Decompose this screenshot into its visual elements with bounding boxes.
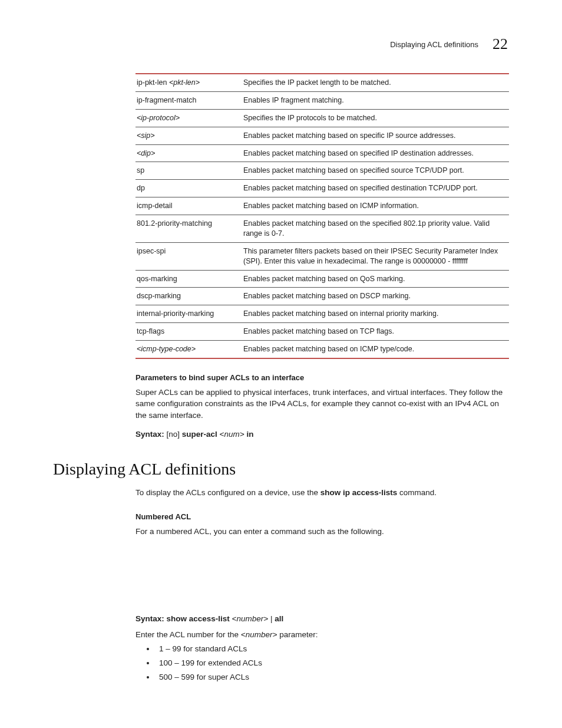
param-cell: internal-priority-marking [135,305,242,323]
chapter-number: 22 [492,35,508,53]
param-cell: tcp-flags [135,323,242,341]
description-cell: Specifies the IP packet length to be mat… [242,74,509,91]
text: parameter: [277,630,318,639]
table-row: ipsec-spiThis parameter filters packets … [135,242,509,270]
param-text: ipsec-spi [137,247,166,255]
description-cell: Enables packet matching based on interna… [242,305,509,323]
table-row: ip-pkt-len <pkt-len>Specifies the IP pac… [135,74,509,91]
param-cell: icmp-detail [135,197,242,215]
param-text: 801.2-priority-matching [137,219,212,228]
text: <number> [241,630,277,639]
intro-paragraph: To display the ACLs configured on a devi… [135,487,509,499]
description-cell: Enables packet matching based on specifi… [242,127,509,144]
syntax-text: <number> [232,614,269,623]
syntax-line-1: Syntax: [no] super-acl <num> in [135,430,509,439]
param-text: sp [137,166,144,174]
description-cell: Enables IP fragment matching. [242,91,509,109]
param-cell: qos-marking [135,270,242,288]
param-text: dscp-marking [137,292,181,300]
param-text: ip-pkt-len [137,78,169,87]
text: To display the ACLs configured on a devi… [135,488,320,497]
list-item: 500 – 599 for super ACLs [156,672,509,683]
command-name: show ip access-lists [320,488,398,497]
page: Displaying ACL definitions 22 ip-pkt-len… [0,0,562,728]
spacer [135,541,509,606]
numbered-acl-heading: Numbered ACL [135,512,509,521]
description-cell: Enables packet matching based on QoS mar… [242,270,509,288]
numbered-acl-para: For a numbered ACL, you can enter a comm… [135,526,509,538]
param-text: internal-priority-marking [137,309,214,318]
param-cell: <ip-protocol> [135,109,242,127]
param-text: tcp-flags [137,327,164,335]
param-cell: dp [135,180,242,197]
description-cell: This parameter filters packets based on … [242,242,509,270]
description-cell: Specifies the IP protocols to be matched… [242,109,509,127]
section-paragraph: Super ACLs can be applied to physical in… [135,387,509,421]
param-text: qos-marking [137,275,177,283]
table-row: tcp-flagsEnables packet matching based o… [135,323,509,341]
syntax-label: Syntax: [135,430,164,439]
list-item: 100 – 199 for extended ACLs [156,658,509,669]
table-row: dpEnables packet matching based on speci… [135,180,509,197]
param-cell: <icmp-type-code> [135,341,242,358]
header-title: Displaying ACL definitions [390,40,478,49]
param-cell: <sip> [135,127,242,144]
page-header: Displaying ACL definitions 22 [53,35,509,53]
table-row: 801.2-priority-matchingEnables packet ma… [135,215,509,243]
param-cell: sp [135,162,242,180]
main-content: ip-pkt-len <pkt-len>Specifies the IP pac… [53,73,509,439]
acl-number-list: 1 – 99 for standard ACLs 100 – 199 for e… [135,644,509,683]
table-row: ip-fragment-matchEnables IP fragment mat… [135,91,509,109]
param-text: dp [137,184,145,192]
param-text: icmp-detail [137,202,172,210]
description-cell: Enables packet matching based on specifi… [242,180,509,197]
description-cell: Enables packet matching based on the spe… [242,215,509,243]
syntax-text: show access-list [164,614,232,623]
description-cell: Enables packet matching based on ICMP in… [242,197,509,215]
param-cell: ip-pkt-len <pkt-len> [135,74,242,91]
syntax-text: in [244,430,254,439]
table-row: dscp-markingEnables packet matching base… [135,288,509,305]
table-row: <dip>Enables packet matching based on sp… [135,144,509,162]
param-cell: ipsec-spi [135,242,242,270]
table-row: <icmp-type-code>Enables packet matching … [135,341,509,358]
text: Enter the ACL number for the [135,630,241,639]
syntax-text: super-acl [182,430,220,439]
syntax-text: <num> [220,430,244,439]
description-cell: Enables packet matching based on DSCP ma… [242,288,509,305]
description-cell: Enables packet matching based on ICMP ty… [242,341,509,358]
syntax-label: Syntax: [135,614,164,623]
table-row: internal-priority-markingEnables packet … [135,305,509,323]
param-text: ip-fragment-match [137,96,196,104]
table-row: icmp-detailEnables packet matching based… [135,197,509,215]
syntax-line-2: Syntax: show access-list <number> | all [135,614,509,623]
table-row: <sip>Enables packet matching based on sp… [135,127,509,144]
table-row: spEnables packet matching based on speci… [135,162,509,180]
param-cell: 801.2-priority-matching [135,215,242,243]
syntax-text: | [268,614,275,623]
param-italic: <dip> [137,149,155,157]
param-italic: <sip> [137,131,155,140]
list-item: 1 – 99 for standard ACLs [156,644,509,655]
param-italic: <pkt-len> [169,78,200,87]
table-row: <ip-protocol>Specifies the IP protocols … [135,109,509,127]
section-content: To display the ACLs configured on a devi… [53,487,509,683]
text: command. [397,488,437,497]
section-heading-bind: Parameters to bind super ACLs to an inte… [135,373,509,382]
param-cell: <dip> [135,144,242,162]
syntax-text: [no] [164,430,182,439]
param-cell: ip-fragment-match [135,91,242,109]
parameter-table: ip-pkt-len <pkt-len>Specifies the IP pac… [135,73,509,359]
param-italic: <ip-protocol> [137,114,180,122]
description-cell: Enables packet matching based on specifi… [242,144,509,162]
table-row: qos-markingEnables packet matching based… [135,270,509,288]
section-title: Displaying ACL definitions [53,460,509,479]
param-italic: <icmp-type-code> [137,345,196,353]
param-cell: dscp-marking [135,288,242,305]
description-cell: Enables packet matching based on TCP fla… [242,323,509,341]
syntax-text: all [275,614,283,623]
enter-paragraph: Enter the ACL number for the <number> pa… [135,629,509,641]
description-cell: Enables packet matching based on specifi… [242,162,509,180]
